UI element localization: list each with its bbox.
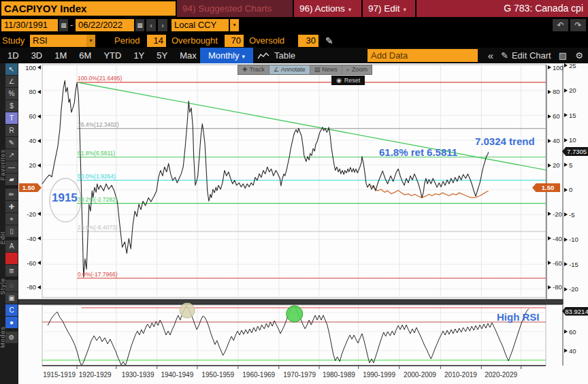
arrow-tool-icon[interactable]: ↗ [5, 149, 18, 161]
sidebar-gear-icon[interactable]: ⚙ [5, 332, 18, 343]
fib-level-label[interactable]: 38.2%(-2.7282) [78, 196, 118, 203]
edit-annotation-tool-icon[interactable]: ✏ [5, 189, 18, 200]
annotate-pencil-icon[interactable]: ✎ [325, 34, 333, 48]
chevron-down-icon: ▾ [242, 53, 246, 60]
annotation-retracement[interactable]: 61.8% ret 6.5811 [379, 146, 457, 158]
study-caret-icon[interactable]: ▾ [86, 35, 95, 47]
tick-icon [37, 236, 41, 240]
sidebar-group-edit: Edit [0, 221, 6, 244]
annotation-trend[interactable]: 7.0324 trend [475, 135, 535, 147]
range-tab-1d[interactable]: 1D [1, 48, 25, 63]
pen-tool-icon[interactable]: ✎ [5, 137, 18, 148]
calendar-icon[interactable]: ▦ [135, 19, 144, 31]
chevron-down-icon: ▾ [404, 6, 407, 13]
left-axis-tick: 20 [18, 162, 41, 169]
collapse-panel-icon[interactable]: « [483, 48, 498, 63]
ticker-input[interactable]: CACPIYOY Index [1, 1, 176, 16]
fib-retracement-tool-icon[interactable]: % [5, 88, 18, 99]
oversold-field[interactable]: 30 [298, 35, 318, 47]
group-tool-icon[interactable]: ▣ [5, 292, 18, 304]
outer-axis-tick: -10 [564, 236, 578, 243]
horizontal-line-tool-icon[interactable]: — [5, 161, 18, 173]
left-axis-tick: -20 [18, 210, 41, 217]
range-toolbar: 1D3D1M6MYTD1Y5YMax Monthly▾ Table « ✎Edi… [0, 48, 588, 63]
left-axis-tick: -40 [18, 235, 41, 242]
tick-icon [37, 163, 41, 167]
tick-icon [548, 90, 551, 94]
line-style-tool-icon[interactable]: ≣ [5, 265, 18, 276]
range-tab-5y[interactable]: 5Y [150, 48, 174, 63]
table-button[interactable]: Table [274, 48, 295, 63]
chart-type-icon[interactable] [257, 51, 270, 63]
start-date-field[interactable]: 11/30/1991 [1, 19, 58, 31]
redo-icon[interactable]: ↷ [570, 19, 586, 31]
fib-level-label[interactable]: 76.4%(12.3402) [78, 121, 119, 128]
add-data-input[interactable] [368, 49, 478, 62]
suggested-charts-button[interactable]: 94) Suggested Charts [177, 0, 293, 17]
range-tab-1m[interactable]: 1M [48, 48, 73, 63]
annotate-button[interactable]: ∠Annotate [270, 65, 310, 74]
fib-level-label[interactable]: 61.8%(6.5811) [78, 150, 115, 157]
interval-select[interactable]: Monthly▾ [200, 48, 253, 63]
currency-caret-icon[interactable]: ▾ [230, 19, 239, 31]
chart-plot-region[interactable]: 1001008080606040402020-20-20-40-40-60-60… [18, 63, 588, 384]
annotation-high-rsi[interactable]: High RSI [497, 311, 540, 323]
range-tab-ytd[interactable]: YTD [97, 48, 127, 63]
overbought-field[interactable]: 70 [225, 35, 244, 47]
edit-menu-button[interactable]: 97) Edit▾ [363, 0, 415, 17]
rsi-peak-circle-1970s[interactable] [287, 306, 303, 322]
color-picker-tool-icon[interactable]: ■ [5, 253, 18, 264]
price-level-tool-icon[interactable]: $ [5, 100, 18, 112]
trendline-tool-icon[interactable]: ∠ [5, 76, 18, 87]
plus-icon: ✚ [242, 65, 248, 74]
calendar-icon[interactable]: ▦ [59, 19, 68, 31]
chart-settings-icon[interactable]: ▨ [557, 48, 569, 63]
currency-select[interactable]: Local CCY [172, 19, 229, 31]
delete-tool-icon[interactable]: ▯ [5, 225, 18, 237]
actions-button[interactable]: 96) Actions▾ [294, 0, 361, 17]
fib-level-label[interactable]: 23.6%(-8.4073) [78, 224, 118, 231]
inner-axis-tick: 40 [548, 138, 560, 144]
font-style-tool-icon[interactable]: A [5, 240, 18, 252]
news-button[interactable]: ▤News [310, 65, 342, 74]
left-axis-tick: 100 [18, 64, 41, 71]
tick-icon [564, 163, 568, 167]
x-axis-label: 1970-1979 [278, 371, 321, 379]
cursor-tool-icon[interactable]: ↖ [5, 63, 18, 75]
rsi-peak-circle-1940s[interactable] [180, 303, 195, 318]
select-tool-icon[interactable]: ⌖ [5, 213, 18, 225]
reset-button[interactable]: ◉Reset [331, 76, 365, 85]
range-tab-1y[interactable]: 1Y [127, 48, 150, 63]
next-period-button[interactable]: › [158, 19, 167, 31]
prev-period-button[interactable]: ‹ [146, 19, 156, 31]
tick-icon [548, 285, 551, 289]
study-select[interactable]: RSI [30, 35, 86, 47]
crosshair-mode-icon[interactable]: C [5, 304, 18, 316]
undo-icon[interactable]: ↶ [553, 19, 568, 31]
range-tab-3d[interactable]: 3D [25, 48, 49, 63]
bloomberg-chart-window: CACPIYOY Index 94) Suggested Charts 96) … [0, 0, 588, 384]
ellipse-tool-icon[interactable]: ◌ [5, 280, 18, 291]
color-mode-icon[interactable]: ● [5, 317, 18, 328]
fib-level-label[interactable]: 0.0%(-17.7966) [78, 271, 118, 278]
sidebar-group-style: Style [0, 268, 6, 295]
end-date-field[interactable]: 06/22/2022 [76, 19, 134, 31]
text-tool-icon[interactable]: T [5, 112, 18, 124]
range-tab-max[interactable]: Max [174, 48, 203, 63]
rsi-axis-tick: 40 [564, 347, 576, 354]
track-button[interactable]: ✚Track [238, 65, 270, 74]
channel-tool-icon[interactable]: ▰ [5, 174, 18, 185]
move-tool-icon[interactable]: ✚ [5, 201, 18, 212]
period-field[interactable]: 14 [147, 35, 166, 47]
gear-icon[interactable]: ⚙ [573, 48, 585, 63]
x-axis-label: 1990-1999 [358, 371, 400, 379]
fib-level-label[interactable]: 100.0%(21.6495) [78, 75, 122, 82]
annotation-1915[interactable]: 1915 [52, 191, 78, 205]
range-tab-6m[interactable]: 6M [73, 48, 97, 63]
regression-tool-icon[interactable]: R [5, 125, 18, 136]
tick-icon [564, 262, 568, 266]
zoom-button[interactable]: ⌕Zoom [342, 65, 372, 74]
edit-chart-button[interactable]: ✎Edit Chart [501, 48, 551, 63]
fib-level-label[interactable]: 50.0%(1.9264) [78, 173, 116, 180]
left-axis-tick: 60 [18, 113, 41, 120]
